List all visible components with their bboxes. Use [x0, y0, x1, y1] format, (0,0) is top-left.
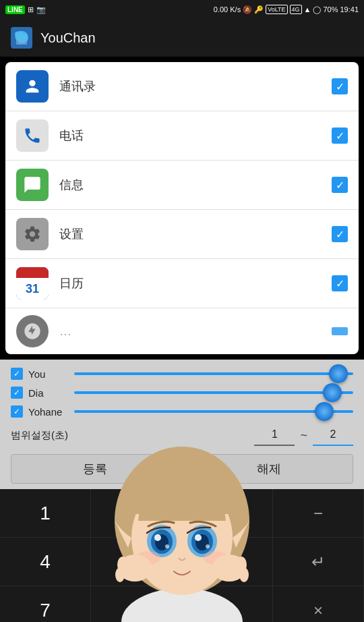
yohane-checkbox[interactable]: ✓: [11, 405, 23, 418]
messages-label: 信息: [59, 177, 321, 193]
partial-label: …: [59, 324, 321, 339]
line-icon: LINE: [5, 5, 25, 14]
mute-icon: 🔕: [243, 5, 252, 14]
keypad-key-6[interactable]: 6: [182, 538, 273, 586]
vpn-icon: 🔑: [254, 5, 264, 14]
calendar-label: 日历: [59, 275, 321, 291]
range-setting-row: 범위설정(초) ~: [11, 424, 353, 446]
list-item[interactable]: 31 日历 ✓: [5, 259, 359, 308]
keypad-key-3[interactable]: 3: [182, 489, 273, 538]
you-slider-track[interactable]: [74, 372, 353, 375]
contacts-checkbox[interactable]: ✓: [332, 78, 348, 94]
contacts-label: 通讯录: [59, 78, 321, 94]
dia-checkbox[interactable]: ✓: [11, 387, 23, 399]
time-display: 19:41: [340, 5, 359, 13]
slider-row-dia: ✓ Dia: [11, 387, 353, 399]
keypad-key-x[interactable]: ×: [273, 586, 364, 622]
slider-row-you: ✓ You: [11, 368, 353, 380]
settings-checkbox[interactable]: ✓: [332, 226, 348, 242]
signal-bars: ▲: [304, 5, 311, 13]
slider-row-yohane: ✓ Yohane: [11, 405, 353, 418]
settings-label: 设置: [59, 226, 321, 242]
keypad-key-9[interactable]: 9: [182, 586, 273, 622]
app-title: YouChan: [40, 30, 96, 46]
you-slider-thumb[interactable]: [329, 364, 348, 383]
app-list-card: 通讯录 ✓ 电话 ✓ 信息 ✓ 设置: [5, 62, 359, 354]
logo-icon: [13, 30, 30, 46]
range-from-input[interactable]: [254, 424, 295, 446]
keypad-key-8[interactable]: 8: [91, 586, 182, 622]
keypad-key-x[interactable]: −: [273, 489, 364, 538]
list-item-partial: …: [5, 308, 359, 354]
messages-icon-bg: [16, 169, 49, 201]
range-tilde: ~: [300, 428, 307, 443]
dia-label: Dia: [28, 387, 69, 399]
app-header: YouChan: [0, 19, 364, 57]
calendar-icon-bg: 31: [16, 267, 49, 300]
yohane-slider-track[interactable]: [74, 410, 353, 413]
status-right: 0.00 K/s 🔕 🔑 VoLTE 4G ▲ ◯ 70% 19:41: [214, 5, 359, 14]
calendar-checkbox[interactable]: ✓: [332, 275, 348, 291]
list-item[interactable]: 设置 ✓: [5, 210, 359, 259]
battery-level: 70%: [323, 5, 338, 13]
keypad-key-2[interactable]: 2: [91, 489, 182, 538]
unregister-button[interactable]: 해제: [185, 454, 353, 484]
battery-icon: ◯: [313, 5, 321, 14]
controls-panel: ✓ You ✓ Dia ✓ Yohane 범위설정(초) ~ 등록 해제: [0, 360, 364, 489]
keypad-key-1[interactable]: 1: [0, 489, 91, 538]
speed-indicator: 0.00 K/s: [214, 5, 241, 13]
status-left: LINE ⊞ 📷: [5, 5, 46, 14]
app-logo: [11, 27, 32, 49]
contacts-icon: [16, 70, 49, 103]
keypad-key-4[interactable]: 4: [0, 538, 91, 586]
yohane-slider-thumb[interactable]: [315, 402, 334, 421]
range-label: 범위설정(초): [11, 429, 249, 442]
list-item[interactable]: 电话 ✓: [5, 111, 359, 161]
keypad-key-x[interactable]: ↵: [273, 538, 364, 586]
you-checkbox[interactable]: ✓: [11, 368, 23, 380]
register-button[interactable]: 등록: [11, 454, 179, 484]
you-label: You: [28, 368, 69, 380]
list-item[interactable]: 通讯录 ✓: [5, 62, 359, 111]
dia-slider-track[interactable]: [74, 391, 353, 394]
range-to-input[interactable]: [313, 424, 353, 446]
music-icon: ⊞: [28, 5, 34, 14]
keypad-key-5[interactable]: 5: [91, 538, 182, 586]
phone-label: 电话: [59, 128, 321, 144]
dia-slider-thumb[interactable]: [323, 383, 342, 402]
volte-icon: VoLTE: [266, 5, 287, 14]
keypad: 123−456↵789×*0#⌫: [0, 489, 364, 622]
keypad-key-7[interactable]: 7: [0, 586, 91, 622]
yohane-label: Yohane: [28, 406, 69, 418]
network-icon: 4G: [290, 5, 302, 14]
action-buttons: 등록 해제: [11, 454, 353, 484]
list-item[interactable]: 信息 ✓: [5, 161, 359, 210]
phone-icon-bg: [16, 119, 49, 152]
partial-checkbox: [332, 327, 348, 335]
settings-icon-bg: [16, 218, 49, 250]
messages-checkbox[interactable]: ✓: [332, 177, 348, 193]
other-app-icon: [16, 315, 49, 347]
phone-checkbox[interactable]: ✓: [332, 128, 348, 144]
status-bar: LINE ⊞ 📷 0.00 K/s 🔕 🔑 VoLTE 4G ▲ ◯ 70% 1…: [0, 0, 364, 19]
camera-icon: 📷: [36, 5, 46, 14]
